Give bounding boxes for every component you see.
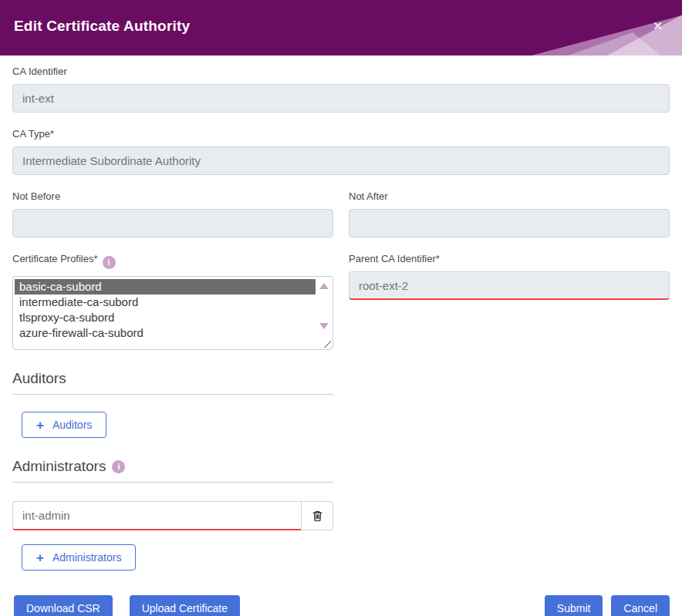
ca-identifier-field	[12, 84, 670, 113]
not-after-group: Not After	[349, 190, 670, 237]
resize-handle-icon[interactable]	[323, 340, 331, 348]
scroll-up-icon[interactable]	[319, 283, 329, 289]
edit-certificate-authority-modal: Edit Certificate Authority ✕ CA Identifi…	[0, 0, 682, 616]
list-option[interactable]: azure-firewall-ca-subord	[15, 325, 316, 341]
not-before-label: Not Before	[12, 190, 333, 202]
add-administrators-button[interactable]: + Administrators	[22, 544, 136, 571]
certificate-profiles-listbox[interactable]: basic-ca-subordintermediate-ca-subordtls…	[12, 276, 333, 350]
administrators-title: Administratorsi	[12, 458, 670, 475]
not-before-field	[12, 209, 333, 237]
info-icon[interactable]: i	[112, 460, 125, 473]
ca-type-field	[12, 146, 670, 175]
scroll-down-icon[interactable]	[319, 323, 329, 329]
ca-identifier-group: CA Identifier	[12, 66, 670, 113]
trash-icon	[312, 510, 323, 522]
certificate-profiles-label: Certificate Profiles*i	[12, 253, 333, 269]
profiles-row: Certificate Profiles*i basic-ca-subordin…	[12, 253, 670, 350]
footer-left-buttons: Download CSR Upload Certificate	[14, 595, 240, 616]
parent-ca-identifier-field	[349, 271, 670, 300]
upload-certificate-button[interactable]: Upload Certificate	[130, 595, 240, 616]
list-option[interactable]: intermediate-ca-subord	[15, 295, 316, 310]
modal-title: Edit Certificate Authority	[14, 18, 190, 35]
ca-type-group: CA Type*	[12, 128, 670, 175]
plus-icon: +	[36, 419, 44, 432]
list-option[interactable]: tlsproxy-ca-subord	[15, 310, 316, 325]
modal-body: CA Identifier CA Type* Not Before Not Af…	[0, 56, 682, 616]
header-triangle-decoration	[591, 9, 682, 56]
submit-button[interactable]: Submit	[545, 595, 603, 616]
parent-ca-identifier-label: Parent CA Identifier*	[349, 253, 670, 264]
add-administrators-label: Administrators	[52, 551, 121, 564]
add-auditors-button[interactable]: + Auditors	[22, 412, 106, 438]
not-after-field	[349, 209, 670, 237]
not-before-group: Not Before	[12, 190, 333, 237]
delete-administrator-button[interactable]	[301, 501, 333, 530]
administrator-name-field[interactable]	[12, 501, 302, 530]
cancel-button[interactable]: Cancel	[611, 595, 670, 616]
certificate-profiles-group: Certificate Profiles*i basic-ca-subordin…	[12, 253, 333, 350]
administrator-entry-row	[12, 501, 333, 530]
close-icon[interactable]: ✕	[648, 19, 667, 32]
ca-identifier-label: CA Identifier	[12, 66, 670, 77]
list-option[interactable]: basic-ca-subord	[15, 279, 316, 295]
section-divider	[12, 394, 333, 395]
modal-footer: Download CSR Upload Certificate Submit C…	[14, 595, 670, 616]
ca-type-label: CA Type*	[12, 128, 670, 140]
footer-right-buttons: Submit Cancel	[545, 595, 670, 616]
auditors-title: Auditors	[12, 370, 670, 387]
download-csr-button[interactable]: Download CSR	[14, 595, 113, 616]
dates-row: Not Before Not After	[12, 190, 670, 237]
add-auditors-label: Auditors	[52, 419, 92, 431]
header-triangle-decoration	[568, 32, 660, 56]
not-after-label: Not After	[349, 190, 670, 202]
section-divider	[12, 482, 333, 483]
modal-header: Edit Certificate Authority ✕	[0, 0, 682, 56]
administrators-section: Administratorsi + Administrators	[12, 458, 670, 571]
info-icon[interactable]: i	[103, 256, 116, 269]
plus-icon: +	[36, 551, 44, 564]
auditors-section: Auditors + Auditors	[12, 370, 670, 438]
parent-ca-identifier-group: Parent CA Identifier*	[349, 253, 670, 350]
